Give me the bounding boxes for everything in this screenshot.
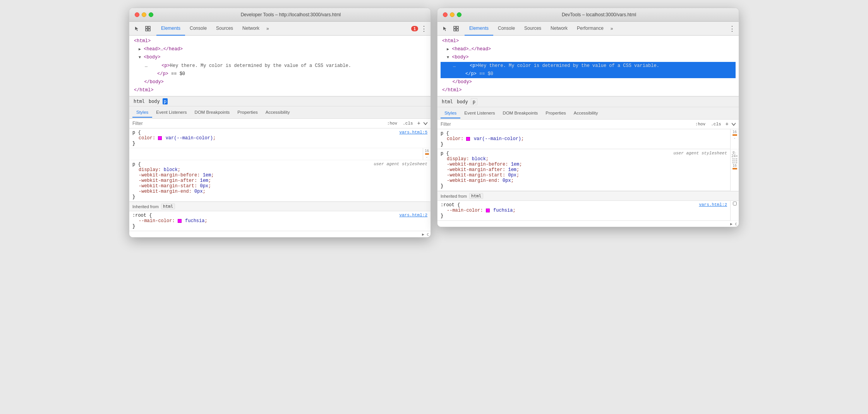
- root-source-1[interactable]: vars.html:2: [399, 213, 427, 217]
- cls-button-2[interactable]: .cls: [710, 121, 722, 127]
- dollar-2: $0: [488, 71, 493, 77]
- maximize-button-1[interactable]: [149, 12, 153, 17]
- sub-tab-styles-2[interactable]: Styles: [441, 108, 460, 118]
- dom-line-body-close-1[interactable]: </body>: [132, 78, 427, 86]
- breadcrumb-p-2[interactable]: p: [471, 98, 477, 105]
- root-prop-main-color-2[interactable]: --main-color: fuchsia;: [447, 208, 699, 213]
- menu-dots-1[interactable]: ⋮: [420, 24, 427, 33]
- root-selector-2[interactable]: :root {: [441, 202, 699, 208]
- tab-sources-1[interactable]: Sources: [211, 22, 238, 36]
- dom-line-html-1[interactable]: <html>: [132, 37, 427, 45]
- rule-1-selector-w2[interactable]: p {: [441, 131, 727, 136]
- minimize-button-1[interactable]: [142, 12, 146, 17]
- breadcrumb-p-1[interactable]: p: [163, 98, 168, 104]
- rule-2-selector-w2[interactable]: p {: [441, 151, 680, 156]
- breadcrumb-body-2[interactable]: body: [456, 99, 469, 105]
- dom-line-p-end-2[interactable]: </p> == $0: [441, 70, 736, 78]
- menu-dots-2[interactable]: ⋮: [729, 24, 736, 33]
- root-prop-main-color-1[interactable]: --main-color: fuchsia;: [139, 218, 400, 224]
- sub-tab-event-listeners-2[interactable]: Event Listeners: [460, 108, 499, 118]
- inspector-icon[interactable]: [143, 24, 153, 33]
- dom-line-body-close-2[interactable]: </body>: [441, 78, 736, 86]
- dom-line-p-selected-2[interactable]: … <p>Hey there. My color is determined b…: [441, 62, 736, 70]
- dom-line-body-2[interactable]: ▼ <body>: [441, 53, 736, 62]
- rule-2-prop-mb-w2[interactable]: -webkit-margin-before: 1em;: [447, 162, 680, 167]
- breadcrumb-html-2[interactable]: html: [441, 99, 454, 105]
- triangle-body-1[interactable]: ▼: [139, 55, 141, 60]
- hov-button-2[interactable]: :hov: [694, 121, 707, 127]
- dom-line-html-2[interactable]: <html>: [441, 37, 736, 45]
- filter-input-2[interactable]: [441, 121, 691, 127]
- sub-tab-dom-breakpoints-1[interactable]: DOM Breakpoints: [191, 108, 234, 118]
- cursor-icon[interactable]: [132, 24, 142, 33]
- dom-line-html-close-2[interactable]: </html>: [441, 86, 736, 94]
- tab-elements-2[interactable]: Elements: [465, 22, 493, 36]
- rule-1-prop-color[interactable]: color: var(--main-color);: [139, 135, 400, 141]
- triangle-head-1[interactable]: ▶: [139, 47, 141, 51]
- sub-tab-properties-2[interactable]: Properties: [542, 108, 570, 118]
- rule-2-prop-display-w2[interactable]: display: block;: [447, 156, 680, 162]
- dom-line-html-close-1[interactable]: </html>: [132, 86, 427, 94]
- rule-2-prop-ma-w2[interactable]: -webkit-margin-after: 1em;: [447, 167, 680, 173]
- color-swatch-root-1[interactable]: [178, 219, 182, 223]
- rule-2-prop-margin-end[interactable]: -webkit-margin-end: 0px;: [139, 189, 380, 194]
- sub-tab-properties-1[interactable]: Properties: [233, 108, 261, 118]
- filter-input-1[interactable]: [132, 121, 383, 126]
- breadcrumb-body-1[interactable]: body: [148, 98, 161, 104]
- dom-line-head-1[interactable]: ▶ <head>…</head>: [132, 45, 427, 53]
- color-swatch-1[interactable]: [158, 136, 162, 140]
- rule-2-prop-margin-start[interactable]: -webkit-margin-start: 0px;: [139, 183, 380, 189]
- minimize-button-2[interactable]: [450, 12, 455, 17]
- tab-elements-1[interactable]: Elements: [156, 22, 185, 36]
- rule-2-prop-margin-before[interactable]: -webkit-margin-before: 1em;: [139, 173, 380, 178]
- tab-more-2[interactable]: »: [608, 23, 616, 34]
- inherited-tag-1[interactable]: html: [161, 204, 175, 209]
- dom-line-body-1[interactable]: ▼ <body>: [132, 53, 427, 62]
- inspector-icon-2[interactable]: [451, 24, 461, 33]
- tab-network-1[interactable]: Network: [238, 22, 264, 36]
- rule-1-prop-color-w2[interactable]: color: var(--main-color);: [447, 136, 727, 142]
- dom-line-p-end-1[interactable]: </p> == $0: [132, 70, 427, 78]
- tab-sources-2[interactable]: Sources: [520, 22, 546, 36]
- root-selector-1[interactable]: :root {: [132, 213, 400, 218]
- rule-1-source[interactable]: vars.html:5: [399, 130, 427, 135]
- close-button-2[interactable]: [443, 12, 448, 17]
- root-checkbox-w2[interactable]: [733, 202, 737, 205]
- hov-button-1[interactable]: :hov: [386, 121, 398, 126]
- svg-rect-4: [454, 26, 456, 28]
- tab-performance-2[interactable]: Performance: [572, 22, 608, 36]
- add-rule-button-1[interactable]: +: [417, 120, 420, 127]
- cursor-icon-2[interactable]: [441, 24, 450, 33]
- sub-tab-accessibility-1[interactable]: Accessibility: [262, 108, 294, 118]
- dom-line-head-2[interactable]: ▶ <head>…</head>: [441, 45, 736, 53]
- close-button-1[interactable]: [135, 12, 139, 17]
- tab-console-1[interactable]: Console: [185, 22, 211, 36]
- sub-tab-accessibility-2[interactable]: Accessibility: [570, 108, 602, 118]
- sub-tab-styles-1[interactable]: Styles: [132, 108, 152, 118]
- breadcrumb-html-1[interactable]: html: [132, 98, 146, 104]
- sub-tab-dom-breakpoints-2[interactable]: DOM Breakpoints: [499, 108, 542, 118]
- rule-2-prop-ms-w2[interactable]: -webkit-margin-start: 0px;: [447, 173, 680, 178]
- color-swatch-root-2[interactable]: [486, 209, 490, 212]
- rule-1-indicators: 16 -: [129, 148, 431, 160]
- rule-2-prop-margin-after[interactable]: -webkit-margin-after: 1em;: [139, 178, 380, 183]
- root-source-2[interactable]: vars.html:2: [699, 202, 727, 207]
- inherited-tag-2[interactable]: html: [469, 193, 484, 199]
- triangle-body-2[interactable]: ▼: [447, 55, 449, 60]
- maximize-button-2[interactable]: [457, 12, 461, 17]
- rule-2-prop-display[interactable]: display: block;: [139, 167, 380, 173]
- dom-line-ellipsis-1[interactable]: … <p>Hey there. My color is determined b…: [132, 62, 427, 70]
- body-tag-1: <body>: [144, 55, 160, 60]
- sub-tab-event-listeners-1[interactable]: Event Listeners: [152, 108, 190, 118]
- devtools-window-1: Developer Tools – http://localhost:3000/…: [129, 8, 431, 238]
- rule-2-selector[interactable]: p {: [132, 162, 380, 167]
- add-rule-button-2[interactable]: +: [726, 121, 729, 127]
- rule-2-prop-me-w2[interactable]: -webkit-margin-end: 0px;: [447, 178, 680, 183]
- color-swatch-1-w2[interactable]: [466, 137, 470, 141]
- triangle-head-2[interactable]: ▶: [447, 47, 449, 51]
- rule-1-selector[interactable]: p {: [132, 130, 400, 135]
- cls-button-1[interactable]: .cls: [401, 121, 414, 126]
- tab-more-1[interactable]: »: [264, 23, 271, 34]
- tab-console-2[interactable]: Console: [493, 22, 520, 36]
- tab-network-2[interactable]: Network: [546, 22, 572, 36]
